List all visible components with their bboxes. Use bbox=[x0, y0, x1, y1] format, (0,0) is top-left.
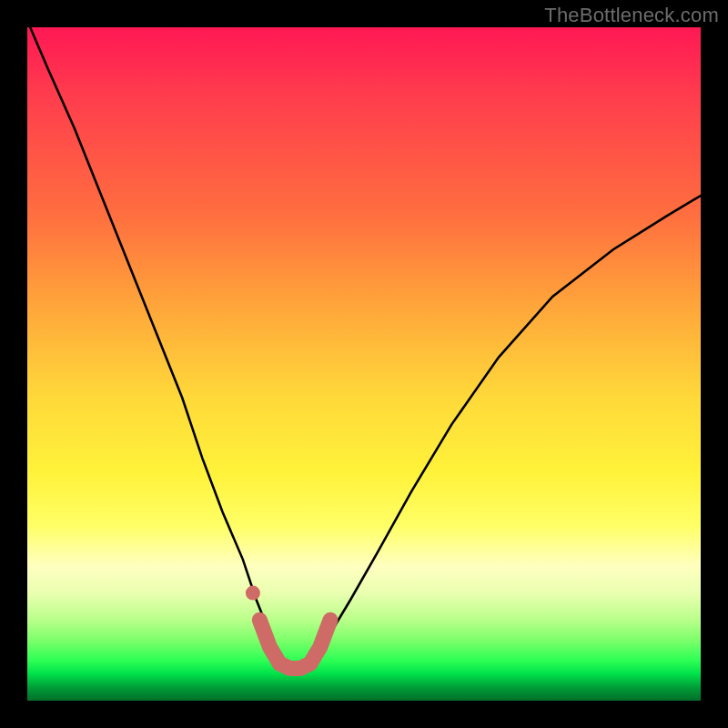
chart-frame: TheBottleneck.com bbox=[0, 0, 728, 728]
highlight-dot bbox=[246, 586, 260, 601]
bottleneck-curve bbox=[27, 27, 701, 671]
watermark-text: TheBottleneck.com bbox=[544, 4, 719, 27]
curve-layer bbox=[27, 27, 701, 701]
plot-area bbox=[27, 27, 701, 701]
highlight-segment bbox=[259, 620, 330, 668]
